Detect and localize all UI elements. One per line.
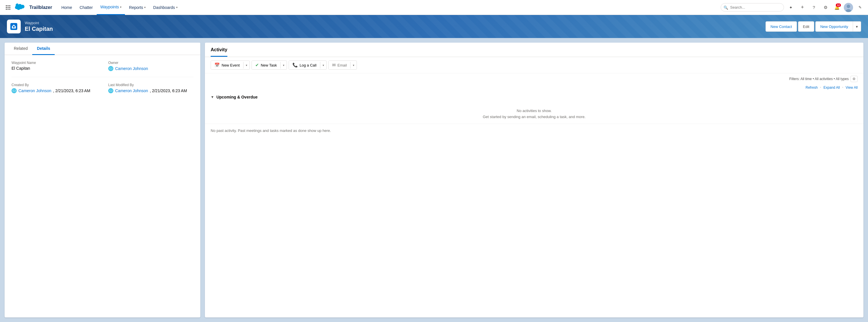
- nav-item-chatter[interactable]: Chatter: [76, 0, 96, 15]
- new-task-dropdown-button[interactable]: ▾: [280, 62, 287, 68]
- created-by-link[interactable]: Cameron Johnson: [19, 88, 51, 93]
- upcoming-header[interactable]: ▼ Upcoming & Overdue: [211, 92, 858, 102]
- user-avatar[interactable]: [844, 3, 853, 12]
- upcoming-chevron-icon: ▼: [211, 95, 214, 99]
- nav-item-reports[interactable]: Reports ▾: [125, 0, 149, 15]
- details-content: Waypoint Name El Capitan ✏ Owner CJ Came…: [5, 55, 200, 105]
- search-input[interactable]: [721, 3, 784, 11]
- past-activity-note: No past activity. Past meetings and task…: [205, 123, 863, 137]
- separator-2: •: [842, 86, 843, 90]
- new-event-button[interactable]: 📅 New Event: [211, 61, 243, 69]
- waypoint-icon-box: [7, 20, 21, 33]
- activity-title: Activity: [211, 47, 227, 57]
- last-modified-label: Last Modified By: [108, 83, 193, 87]
- nav-right-icons: 🔍 ✦ + ? ⚙ 🔔 12 ✎: [721, 3, 865, 12]
- new-opportunity-button[interactable]: New Opportunity: [815, 21, 853, 32]
- reports-chevron-icon: ▾: [144, 6, 146, 9]
- new-task-button[interactable]: ✔ New Task: [252, 61, 280, 69]
- expand-all-link[interactable]: Expand All: [824, 86, 840, 90]
- metadata-row: Created By CJ Cameron Johnson , 2/21/202…: [11, 83, 193, 93]
- new-task-btn-group: ✔ New Task ▾: [251, 60, 287, 70]
- header-left: Waypoint El Capitan: [7, 20, 53, 33]
- app-launcher[interactable]: [3, 3, 13, 12]
- tab-details[interactable]: Details: [32, 42, 55, 55]
- created-by-value: CJ Cameron Johnson , 2/21/2023, 6:23 AM: [11, 88, 97, 93]
- filters-text: Filters: All time • All activities • All…: [789, 77, 849, 81]
- waypoint-name-label: Waypoint Name: [11, 61, 97, 65]
- last-modified-field: Last Modified By CJ Cameron Johnson , 2/…: [108, 83, 193, 93]
- filter-settings-icon: ⚙: [852, 77, 856, 81]
- log-call-button[interactable]: 📞 Log a Call: [289, 61, 320, 69]
- main-content: Related Details Waypoint Name El Capitan…: [0, 38, 868, 322]
- salesforce-logo: [15, 3, 27, 11]
- waypoint-icon: [9, 22, 18, 31]
- svg-point-4: [13, 26, 15, 28]
- grid-icon: [6, 5, 10, 10]
- activity-header: Activity: [205, 42, 863, 57]
- dropdown-chevron-icon: ▾: [856, 25, 858, 29]
- nav-item-waypoints[interactable]: Waypoints ▾: [97, 0, 125, 15]
- search-container: 🔍: [721, 3, 784, 11]
- nav-item-home[interactable]: Home: [58, 0, 75, 15]
- notifications-button[interactable]: 🔔 12: [832, 3, 841, 12]
- app-name: Trailblazer: [29, 5, 52, 10]
- owner-avatar: CJ: [108, 66, 114, 71]
- owner-label: Owner: [108, 61, 193, 65]
- new-opportunity-group: New Opportunity ▾: [815, 21, 861, 32]
- new-opportunity-dropdown-button[interactable]: ▾: [853, 21, 861, 32]
- help-button[interactable]: ?: [809, 3, 818, 12]
- log-call-dropdown-button[interactable]: ▾: [320, 62, 327, 68]
- waypoints-chevron-icon: ▾: [120, 5, 121, 9]
- new-event-dropdown-button[interactable]: ▾: [243, 62, 250, 68]
- refresh-link[interactable]: Refresh: [806, 86, 818, 90]
- nav-items: Home Chatter Waypoints ▾ Reports ▾ Dashb…: [58, 0, 721, 15]
- tab-related[interactable]: Related: [9, 42, 32, 55]
- owner-link[interactable]: Cameron Johnson: [115, 66, 148, 71]
- page-title: El Capitan: [25, 26, 53, 32]
- app-launcher-button[interactable]: [3, 3, 13, 12]
- add-button[interactable]: +: [798, 3, 807, 12]
- email-btn-group: ✉ Email ▾: [329, 60, 357, 70]
- upcoming-title: Upcoming & Overdue: [216, 95, 257, 99]
- new-contact-button[interactable]: New Contact: [766, 21, 797, 32]
- panel-tabs: Related Details: [5, 42, 200, 55]
- nav-item-dashboards[interactable]: Dashboards ▾: [150, 0, 181, 15]
- waypoint-name-row: Waypoint Name El Capitan ✏ Owner CJ Came…: [11, 61, 193, 71]
- plus-icon: +: [801, 4, 804, 10]
- app-switcher-button[interactable]: ✎: [855, 3, 865, 12]
- gear-icon: ⚙: [824, 5, 828, 10]
- field-divider: [11, 77, 193, 77]
- notification-badge: 12: [836, 3, 841, 7]
- setup-button[interactable]: ⚙: [821, 3, 830, 12]
- last-modified-avatar: CJ: [108, 88, 114, 93]
- task-icon: ✔: [255, 62, 259, 68]
- email-button[interactable]: ✉ Email: [329, 61, 350, 69]
- header-title-group: Waypoint El Capitan: [25, 21, 53, 32]
- edit-button[interactable]: Edit: [798, 21, 814, 32]
- dashboards-chevron-icon: ▾: [176, 6, 178, 9]
- top-navigation: Trailblazer Home Chatter Waypoints ▾ Rep…: [0, 0, 868, 15]
- last-modified-value: CJ Cameron Johnson , 2/21/2023, 6:23 AM: [108, 88, 193, 93]
- calendar-icon: 📅: [214, 62, 220, 68]
- email-icon: ✉: [332, 62, 336, 68]
- activity-actions: 📅 New Event ▾ ✔ New Task ▾ 📞 Log a Call: [205, 57, 863, 74]
- header-breadcrumb: Waypoint: [25, 21, 53, 25]
- customize-button[interactable]: ✦: [786, 3, 796, 12]
- filter-settings-button[interactable]: ⚙: [850, 76, 858, 82]
- left-panel: Related Details Waypoint Name El Capitan…: [5, 42, 200, 317]
- activity-links-row: Refresh • Expand All • View All: [205, 84, 863, 92]
- last-modified-date: , 2/21/2023, 6:23 AM: [150, 88, 187, 93]
- page-header: Waypoint El Capitan New Contact Edit New…: [0, 15, 868, 38]
- owner-value: CJ Cameron Johnson ↗: [108, 66, 193, 71]
- app-switcher-icon: ✎: [859, 5, 862, 9]
- help-icon: ?: [813, 5, 815, 10]
- created-by-label: Created By: [11, 83, 97, 87]
- search-icon: 🔍: [723, 5, 728, 9]
- separator-1: •: [820, 86, 821, 90]
- view-all-link[interactable]: View All: [845, 86, 858, 90]
- email-dropdown-button[interactable]: ▾: [350, 62, 356, 68]
- created-by-field: Created By CJ Cameron Johnson , 2/21/202…: [11, 83, 97, 93]
- upcoming-section: ▼ Upcoming & Overdue No activities to sh…: [205, 92, 863, 123]
- last-modified-link[interactable]: Cameron Johnson: [115, 88, 148, 93]
- waypoint-name-field: Waypoint Name El Capitan ✏: [11, 61, 97, 71]
